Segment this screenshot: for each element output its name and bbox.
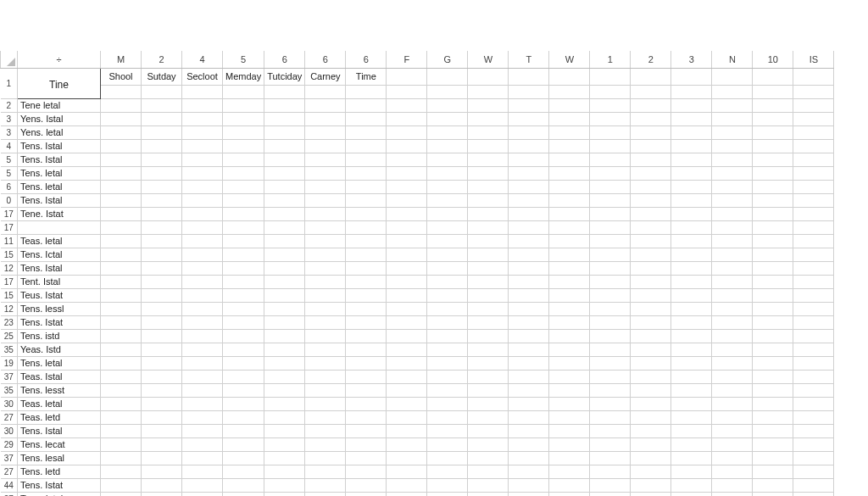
cell[interactable] <box>631 180 671 193</box>
cell[interactable] <box>387 437 427 451</box>
cell[interactable] <box>223 302 264 315</box>
column-header[interactable]: 5 <box>223 51 264 68</box>
cell[interactable] <box>223 451 264 465</box>
cell[interactable] <box>671 397 712 410</box>
cell-col-a[interactable]: Tens. Istal <box>18 424 101 437</box>
cell[interactable] <box>427 261 468 275</box>
cell[interactable] <box>671 153 712 166</box>
cell[interactable] <box>182 315 223 329</box>
cell[interactable] <box>671 302 712 315</box>
cell[interactable] <box>387 153 427 166</box>
cell[interactable] <box>346 180 387 193</box>
cell[interactable] <box>590 234 631 248</box>
cell[interactable] <box>793 356 834 370</box>
cell[interactable] <box>346 85 387 98</box>
cell[interactable] <box>793 465 834 478</box>
cell[interactable] <box>712 288 753 302</box>
cell[interactable] <box>712 180 753 193</box>
cell[interactable] <box>101 478 142 492</box>
cell[interactable] <box>631 315 671 329</box>
cell[interactable] <box>549 275 590 288</box>
cell[interactable] <box>753 85 793 98</box>
cell[interactable] <box>468 261 509 275</box>
cell[interactable] <box>631 437 671 451</box>
cell[interactable] <box>264 180 305 193</box>
cell[interactable] <box>223 166 264 180</box>
cell[interactable] <box>712 478 753 492</box>
cell[interactable] <box>509 139 549 153</box>
row-number[interactable]: 17 <box>1 275 18 288</box>
cell[interactable] <box>793 193 834 207</box>
cell[interactable] <box>549 248 590 261</box>
cell[interactable] <box>590 465 631 478</box>
cell[interactable] <box>549 207 590 220</box>
cell[interactable] <box>712 315 753 329</box>
cell[interactable] <box>264 261 305 275</box>
cell[interactable] <box>671 85 712 98</box>
cell[interactable] <box>468 125 509 139</box>
cell[interactable] <box>346 424 387 437</box>
grid-row[interactable]: 27Tens. letd <box>1 465 834 478</box>
cell[interactable] <box>509 302 549 315</box>
grid-row[interactable]: 12Tens. Istal <box>1 261 834 275</box>
cell[interactable] <box>223 261 264 275</box>
cell[interactable] <box>142 261 182 275</box>
cell[interactable] <box>509 356 549 370</box>
grid-row[interactable]: 23Tens. Istat <box>1 315 834 329</box>
cell[interactable] <box>671 492 712 496</box>
cell[interactable] <box>387 180 427 193</box>
cell[interactable] <box>387 193 427 207</box>
cell[interactable] <box>753 451 793 465</box>
cell[interactable] <box>264 139 305 153</box>
cell[interactable] <box>590 68 631 85</box>
cell[interactable] <box>182 153 223 166</box>
cell[interactable] <box>712 261 753 275</box>
cell[interactable] <box>509 98 549 112</box>
cell[interactable] <box>264 112 305 125</box>
cell[interactable] <box>712 193 753 207</box>
cell[interactable] <box>142 234 182 248</box>
cell[interactable] <box>346 153 387 166</box>
cell[interactable] <box>101 234 142 248</box>
cell[interactable] <box>305 193 346 207</box>
cell[interactable] <box>468 98 509 112</box>
cell[interactable] <box>631 98 671 112</box>
cell[interactable] <box>590 261 631 275</box>
cell[interactable] <box>223 437 264 451</box>
grid-row[interactable]: 6Tens. letal <box>1 180 834 193</box>
cell[interactable] <box>182 329 223 343</box>
row-number[interactable]: 27 <box>1 410 18 424</box>
cell[interactable] <box>671 125 712 139</box>
cell[interactable] <box>509 492 549 496</box>
cell[interactable] <box>142 451 182 465</box>
cell[interactable] <box>712 220 753 234</box>
column-header[interactable]: F <box>387 51 427 68</box>
cell[interactable] <box>590 343 631 356</box>
cell[interactable] <box>712 139 753 153</box>
cell[interactable] <box>793 329 834 343</box>
cell[interactable] <box>142 424 182 437</box>
grid-row[interactable]: 15Teus. Istat <box>1 288 834 302</box>
cell[interactable] <box>590 410 631 424</box>
cell-col-a[interactable]: Tent. Istal <box>18 275 101 288</box>
cell[interactable] <box>101 139 142 153</box>
cell[interactable] <box>468 193 509 207</box>
row-number[interactable]: 15 <box>1 288 18 302</box>
cell[interactable] <box>427 370 468 383</box>
cell[interactable] <box>305 478 346 492</box>
cell[interactable] <box>346 315 387 329</box>
cell-col-a[interactable]: Tens. Istat <box>18 478 101 492</box>
cell-col-a[interactable]: Yens. letal <box>18 125 101 139</box>
cell[interactable] <box>305 465 346 478</box>
cell[interactable] <box>753 356 793 370</box>
cell[interactable] <box>468 383 509 397</box>
cell[interactable] <box>793 98 834 112</box>
cell[interactable] <box>142 492 182 496</box>
cell[interactable] <box>590 383 631 397</box>
grid-row[interactable]: 5Tens. letal <box>1 166 834 180</box>
cell[interactable] <box>101 288 142 302</box>
cell[interactable] <box>712 68 753 85</box>
cell[interactable] <box>346 261 387 275</box>
cell[interactable] <box>712 329 753 343</box>
cell[interactable] <box>468 153 509 166</box>
